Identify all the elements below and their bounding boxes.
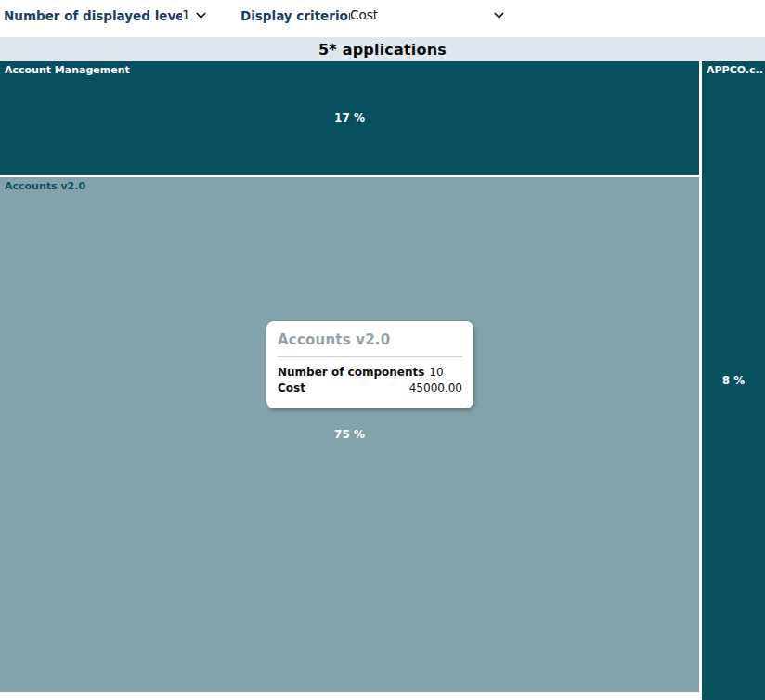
treemap-node-accounts-v2[interactable]: Accounts v2.0 75 % <box>0 177 699 692</box>
criterion-select-value: Cost <box>350 7 378 22</box>
node-percent: 8 % <box>702 374 765 387</box>
treemap-title-bar: 5* applications <box>0 37 765 61</box>
node-label: APPCO.c... <box>707 64 763 76</box>
treemap-title: 5* applications <box>318 41 447 58</box>
treemap-canvas: Account Management 17 % Accounts v2.0 75… <box>0 61 765 700</box>
chevron-down-icon <box>494 12 504 19</box>
treemap-app: Number of displayed levels 1 Display cri… <box>0 0 765 700</box>
tooltip-row-label: Number of components <box>278 365 424 381</box>
tooltip-row-value: 45000.00 <box>409 381 462 396</box>
levels-label: Number of displayed levels <box>4 8 196 23</box>
tooltip-divider <box>278 356 462 357</box>
tooltip-row: Cost 45000.00 <box>278 381 462 396</box>
tooltip-title: Accounts v2.0 <box>278 331 462 348</box>
tooltip-row: Number of components 10 <box>278 365 462 381</box>
node-label: Accounts v2.0 <box>5 180 697 192</box>
hover-tooltip: Accounts v2.0 Number of components 10 Co… <box>266 321 473 408</box>
chevron-down-icon <box>196 12 206 19</box>
treemap-node-account-management[interactable]: Account Management 17 % <box>0 61 699 175</box>
node-percent: 17 % <box>0 111 699 124</box>
node-label: Account Management <box>5 64 697 76</box>
tooltip-row-label: Cost <box>278 381 305 396</box>
criterion-label: Display criterion <box>240 8 357 23</box>
tooltip-row-value: 10 <box>429 365 443 381</box>
controls-bar: Number of displayed levels 1 Display cri… <box>0 0 765 37</box>
levels-select[interactable]: 1 <box>182 7 206 22</box>
levels-select-value: 1 <box>182 7 190 22</box>
criterion-select[interactable]: Cost <box>350 7 504 22</box>
node-percent: 75 % <box>0 428 699 441</box>
treemap-node-appco[interactable]: APPCO.c... 8 % <box>702 61 765 700</box>
